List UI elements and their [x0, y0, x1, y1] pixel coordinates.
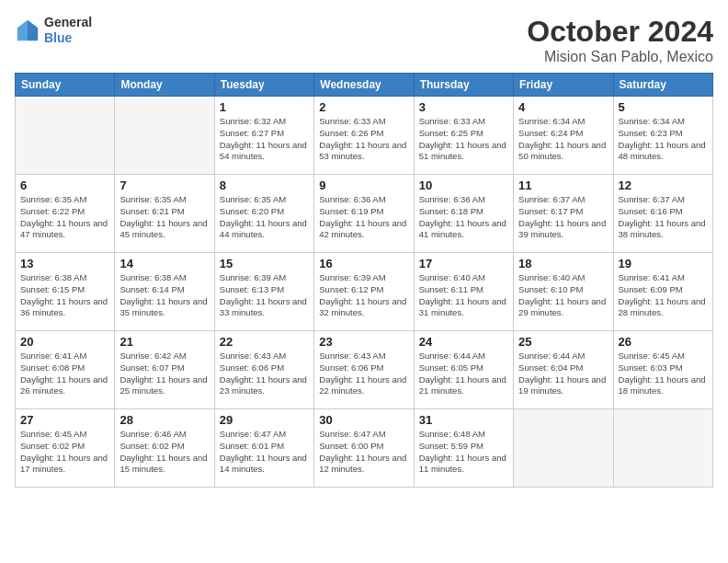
day-info: Sunrise: 6:40 AM Sunset: 6:11 PM Dayligh…: [419, 272, 508, 319]
day-info: Sunrise: 6:39 AM Sunset: 6:13 PM Dayligh…: [220, 272, 309, 319]
calendar-week-row: 6Sunrise: 6:35 AM Sunset: 6:22 PM Daylig…: [16, 175, 713, 253]
title-block: October 2024 Mision San Pablo, Mexico: [527, 15, 713, 65]
calendar-cell: [514, 409, 613, 488]
logo-text: General Blue: [44, 15, 92, 46]
weekday-header: Thursday: [414, 74, 513, 97]
page-subtitle: Mision San Pablo, Mexico: [527, 49, 713, 65]
calendar-cell: 10Sunrise: 6:36 AM Sunset: 6:18 PM Dayli…: [414, 175, 513, 253]
page-header: General Blue October 2024 Mision San Pab…: [15, 15, 713, 65]
calendar-cell: 9Sunrise: 6:36 AM Sunset: 6:19 PM Daylig…: [314, 175, 414, 253]
day-number: 29: [220, 413, 309, 427]
calendar-cell: 3Sunrise: 6:33 AM Sunset: 6:25 PM Daylig…: [414, 97, 513, 175]
calendar-cell: 6Sunrise: 6:35 AM Sunset: 6:22 PM Daylig…: [16, 175, 115, 253]
day-number: 23: [319, 335, 408, 349]
day-info: Sunrise: 6:36 AM Sunset: 6:18 PM Dayligh…: [419, 194, 508, 241]
calendar-cell: 11Sunrise: 6:37 AM Sunset: 6:17 PM Dayli…: [514, 175, 613, 253]
day-number: 17: [419, 257, 508, 270]
day-number: 19: [619, 257, 708, 270]
day-info: Sunrise: 6:47 AM Sunset: 6:00 PM Dayligh…: [319, 429, 408, 476]
calendar-cell: [613, 409, 712, 488]
day-number: 14: [119, 257, 209, 270]
day-info: Sunrise: 6:42 AM Sunset: 6:07 PM Dayligh…: [119, 350, 209, 397]
calendar-cell: 2Sunrise: 6:33 AM Sunset: 6:26 PM Daylig…: [314, 97, 414, 175]
day-number: 24: [419, 335, 508, 349]
day-number: 8: [220, 178, 309, 192]
calendar-cell: 14Sunrise: 6:38 AM Sunset: 6:14 PM Dayli…: [115, 253, 214, 331]
calendar-cell: 12Sunrise: 6:37 AM Sunset: 6:16 PM Dayli…: [613, 175, 712, 253]
logo-line1: General: [44, 15, 92, 30]
calendar-week-row: 13Sunrise: 6:38 AM Sunset: 6:15 PM Dayli…: [16, 253, 713, 331]
day-number: 27: [20, 413, 109, 427]
svg-marker-1: [17, 20, 28, 40]
day-info: Sunrise: 6:41 AM Sunset: 6:08 PM Dayligh…: [20, 350, 109, 397]
day-info: Sunrise: 6:36 AM Sunset: 6:19 PM Dayligh…: [319, 194, 408, 241]
day-number: 18: [518, 257, 608, 270]
calendar-cell: 21Sunrise: 6:42 AM Sunset: 6:07 PM Dayli…: [115, 331, 214, 409]
day-info: Sunrise: 6:34 AM Sunset: 6:24 PM Dayligh…: [518, 116, 608, 163]
day-number: 1: [220, 100, 309, 114]
calendar-cell: 31Sunrise: 6:48 AM Sunset: 5:59 PM Dayli…: [414, 409, 513, 488]
day-number: 11: [518, 178, 608, 192]
day-info: Sunrise: 6:39 AM Sunset: 6:12 PM Dayligh…: [319, 272, 408, 319]
logo-icon: [15, 17, 40, 43]
logo: General Blue: [15, 15, 92, 46]
calendar-cell: 27Sunrise: 6:45 AM Sunset: 6:02 PM Dayli…: [16, 409, 115, 488]
day-number: 3: [419, 100, 508, 114]
calendar-cell: 25Sunrise: 6:44 AM Sunset: 6:04 PM Dayli…: [514, 331, 613, 409]
page-title: October 2024: [527, 15, 713, 49]
day-info: Sunrise: 6:37 AM Sunset: 6:16 PM Dayligh…: [619, 194, 708, 241]
day-number: 6: [20, 178, 109, 192]
day-number: 5: [619, 100, 708, 114]
calendar-cell: 13Sunrise: 6:38 AM Sunset: 6:15 PM Dayli…: [16, 253, 115, 331]
weekday-header: Friday: [514, 74, 613, 97]
day-info: Sunrise: 6:43 AM Sunset: 6:06 PM Dayligh…: [319, 350, 408, 397]
day-number: 22: [220, 335, 309, 349]
day-info: Sunrise: 6:47 AM Sunset: 6:01 PM Dayligh…: [220, 429, 309, 476]
calendar-cell: 4Sunrise: 6:34 AM Sunset: 6:24 PM Daylig…: [514, 97, 613, 175]
day-info: Sunrise: 6:37 AM Sunset: 6:17 PM Dayligh…: [518, 194, 608, 241]
calendar-cell: 16Sunrise: 6:39 AM Sunset: 6:12 PM Dayli…: [314, 253, 414, 331]
svg-marker-0: [28, 20, 38, 40]
day-number: 12: [619, 178, 708, 192]
day-info: Sunrise: 6:44 AM Sunset: 6:05 PM Dayligh…: [419, 350, 508, 397]
day-info: Sunrise: 6:34 AM Sunset: 6:23 PM Dayligh…: [619, 116, 708, 163]
calendar-cell: 8Sunrise: 6:35 AM Sunset: 6:20 PM Daylig…: [214, 175, 313, 253]
calendar-cell: 24Sunrise: 6:44 AM Sunset: 6:05 PM Dayli…: [414, 331, 513, 409]
day-info: Sunrise: 6:33 AM Sunset: 6:25 PM Dayligh…: [419, 116, 508, 163]
day-number: 16: [319, 257, 408, 270]
weekday-header: Saturday: [613, 74, 712, 97]
weekday-header: Monday: [115, 74, 214, 97]
day-info: Sunrise: 6:33 AM Sunset: 6:26 PM Dayligh…: [319, 116, 408, 163]
day-info: Sunrise: 6:38 AM Sunset: 6:15 PM Dayligh…: [20, 272, 109, 319]
day-info: Sunrise: 6:45 AM Sunset: 6:02 PM Dayligh…: [20, 429, 109, 476]
calendar-cell: 7Sunrise: 6:35 AM Sunset: 6:21 PM Daylig…: [115, 175, 214, 253]
day-number: 15: [220, 257, 309, 270]
day-number: 9: [319, 178, 408, 192]
day-number: 4: [518, 100, 608, 114]
day-number: 21: [119, 335, 209, 349]
day-number: 7: [119, 178, 209, 192]
calendar-cell: 20Sunrise: 6:41 AM Sunset: 6:08 PM Dayli…: [16, 331, 115, 409]
calendar-week-row: 27Sunrise: 6:45 AM Sunset: 6:02 PM Dayli…: [16, 409, 713, 488]
day-number: 30: [319, 413, 408, 427]
calendar-cell: 22Sunrise: 6:43 AM Sunset: 6:06 PM Dayli…: [214, 331, 313, 409]
day-number: 2: [319, 100, 408, 114]
day-info: Sunrise: 6:35 AM Sunset: 6:22 PM Dayligh…: [20, 194, 109, 241]
calendar-cell: [16, 97, 115, 175]
day-number: 25: [518, 335, 608, 349]
calendar-cell: 29Sunrise: 6:47 AM Sunset: 6:01 PM Dayli…: [214, 409, 313, 488]
calendar-cell: 18Sunrise: 6:40 AM Sunset: 6:10 PM Dayli…: [514, 253, 613, 331]
weekday-header: Tuesday: [214, 74, 313, 97]
day-info: Sunrise: 6:48 AM Sunset: 5:59 PM Dayligh…: [419, 429, 508, 476]
calendar-cell: 26Sunrise: 6:45 AM Sunset: 6:03 PM Dayli…: [613, 331, 712, 409]
day-info: Sunrise: 6:40 AM Sunset: 6:10 PM Dayligh…: [518, 272, 608, 319]
calendar-cell: 30Sunrise: 6:47 AM Sunset: 6:00 PM Dayli…: [314, 409, 414, 488]
day-info: Sunrise: 6:46 AM Sunset: 6:02 PM Dayligh…: [119, 429, 209, 476]
day-info: Sunrise: 6:43 AM Sunset: 6:06 PM Dayligh…: [220, 350, 309, 397]
calendar-cell: [115, 97, 214, 175]
calendar-cell: 19Sunrise: 6:41 AM Sunset: 6:09 PM Dayli…: [613, 253, 712, 331]
day-number: 28: [119, 413, 209, 427]
calendar-table: SundayMondayTuesdayWednesdayThursdayFrid…: [15, 73, 713, 488]
day-info: Sunrise: 6:41 AM Sunset: 6:09 PM Dayligh…: [619, 272, 708, 319]
day-number: 10: [419, 178, 508, 192]
